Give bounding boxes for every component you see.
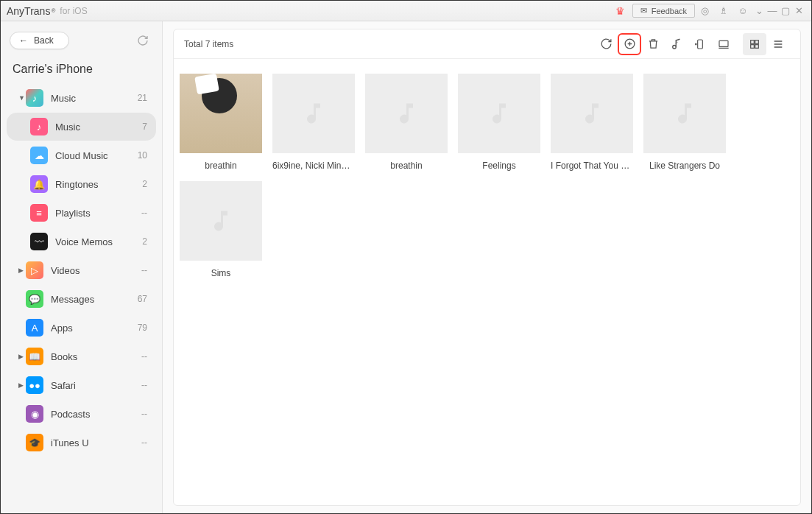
tile-label: 6ix9ine, Nicki Mina…	[272, 161, 355, 171]
music-tile[interactable]: breathin	[365, 74, 448, 171]
music-tile[interactable]: Like Strangers Do	[643, 74, 726, 171]
delete-button[interactable]	[641, 33, 665, 55]
thumbnail	[180, 74, 262, 153]
thumbnail	[458, 74, 540, 153]
music-tile[interactable]: 6ix9ine, Nicki Mina…	[272, 74, 355, 171]
close-icon[interactable]: ✕	[792, 4, 805, 18]
music-tile[interactable]: Sims	[180, 181, 262, 278]
to-computer-button[interactable]	[712, 33, 735, 55]
total-count: Total 7 items	[184, 39, 233, 49]
feedback-button[interactable]: ✉ Feedback	[632, 4, 695, 18]
sidebar: ← Back Carrie's iPhone ▼ ♪ Music 21 ♪ Mu…	[1, 21, 163, 513]
music-group-icon: ♪	[26, 89, 43, 107]
sidebar-item-music-parent[interactable]: ▼ ♪ Music 21	[7, 84, 156, 112]
app-name: AnyTrans	[7, 5, 50, 17]
svg-rect-4	[751, 40, 755, 43]
thumbnail	[272, 74, 355, 153]
sidebar-item-itunesu[interactable]: 🎓 iTunes U --	[7, 429, 156, 457]
tile-label: Sims	[180, 268, 262, 278]
tile-label: Like Strangers Do	[643, 161, 726, 171]
thumbnail	[551, 74, 633, 153]
maximize-icon[interactable]: ▢	[779, 4, 792, 18]
sidebar-item-books[interactable]: ▶ 📖 Books --	[7, 342, 156, 370]
svg-rect-6	[751, 44, 755, 48]
bell-icon: 🔔	[30, 175, 48, 193]
sidebar-item-music[interactable]: ♪ Music 7	[7, 113, 156, 141]
thumbnail	[180, 181, 262, 261]
thumbnail	[365, 74, 448, 153]
playlist-icon: ≡	[30, 204, 48, 222]
app-suffix: for iOS	[60, 6, 87, 16]
voice-icon: 〰	[30, 233, 48, 250]
svg-rect-7	[755, 44, 759, 48]
sidebar-item-messages[interactable]: 💬 Messages 67	[7, 285, 156, 313]
caret-right-icon: ▶	[18, 267, 26, 274]
books-icon: 📖	[26, 348, 43, 365]
tile-label: breathin	[365, 161, 448, 171]
sidebar-item-podcasts[interactable]: ◉ Podcasts --	[7, 400, 156, 428]
caret-right-icon: ▶	[18, 381, 26, 389]
apps-icon: A	[26, 319, 43, 337]
sidebar-item-apps[interactable]: A Apps 79	[7, 314, 156, 342]
to-device-button[interactable]	[688, 33, 712, 55]
cloud-icon: ☁	[30, 147, 48, 164]
toolbar: Total 7 items	[174, 29, 800, 59]
music-icon: ♪	[30, 118, 48, 135]
dropdown-icon[interactable]: ⌄	[752, 4, 766, 18]
refresh-button[interactable]	[133, 30, 153, 51]
list-view-button[interactable]	[766, 33, 790, 55]
svg-rect-3	[719, 41, 728, 46]
caret-right-icon: ▶	[18, 353, 26, 360]
sidebar-item-playlists[interactable]: ≡ Playlists --	[7, 199, 156, 227]
sidebar-item-safari[interactable]: ▶ ●● Safari --	[7, 371, 156, 399]
grid-view-button[interactable]	[743, 33, 766, 55]
video-icon: ▷	[26, 261, 43, 279]
music-tile[interactable]: Feelings	[458, 74, 540, 171]
help-icon[interactable]: ◎	[695, 4, 714, 18]
thumbnail	[643, 74, 726, 153]
back-button[interactable]: ← Back	[10, 32, 69, 49]
sidebar-item-voice-memos[interactable]: 〰 Voice Memos 2	[7, 228, 156, 256]
device-name: Carrie's iPhone	[1, 58, 162, 83]
caret-down-icon: ▼	[18, 94, 26, 102]
refresh-button[interactable]	[594, 33, 618, 55]
sidebar-item-cloud-music[interactable]: ☁ Cloud Music 10	[7, 141, 156, 169]
user-icon[interactable]: ☺	[733, 4, 752, 18]
music-tile[interactable]: I Forgot That You E…	[551, 74, 633, 171]
tile-label: I Forgot That You E…	[551, 161, 633, 171]
tile-label: Feelings	[458, 161, 540, 171]
music-tile[interactable]: breathin	[180, 74, 262, 171]
crown-icon[interactable]: ♛	[615, 5, 625, 17]
messages-icon: 💬	[26, 290, 43, 308]
svg-rect-5	[755, 40, 759, 43]
sidebar-item-ringtones[interactable]: 🔔 Ringtones 2	[7, 170, 156, 198]
main-panel: Total 7 items breathin6ix9ine, Nicki Min…	[173, 29, 801, 506]
podcasts-icon: ◉	[26, 405, 43, 423]
tile-label: breathin	[180, 161, 262, 171]
shirt-icon[interactable]: ♗	[714, 4, 733, 18]
add-button[interactable]	[618, 33, 641, 55]
mail-icon: ✉	[640, 6, 647, 15]
sidebar-item-videos[interactable]: ▶ ▷ Videos --	[7, 256, 156, 284]
itunesu-icon: 🎓	[26, 434, 43, 451]
arrow-left-icon: ←	[19, 35, 28, 46]
to-itunes-button[interactable]	[665, 33, 688, 55]
svg-rect-2	[698, 40, 703, 49]
safari-icon: ●●	[26, 376, 43, 394]
titlebar: AnyTrans® for iOS ♛ ✉ Feedback ◎ ♗ ☺ ⌄ —…	[1, 1, 811, 21]
content-grid: breathin6ix9ine, Nicki Mina…breathinFeel…	[174, 59, 800, 293]
minimize-icon[interactable]: —	[766, 4, 779, 18]
